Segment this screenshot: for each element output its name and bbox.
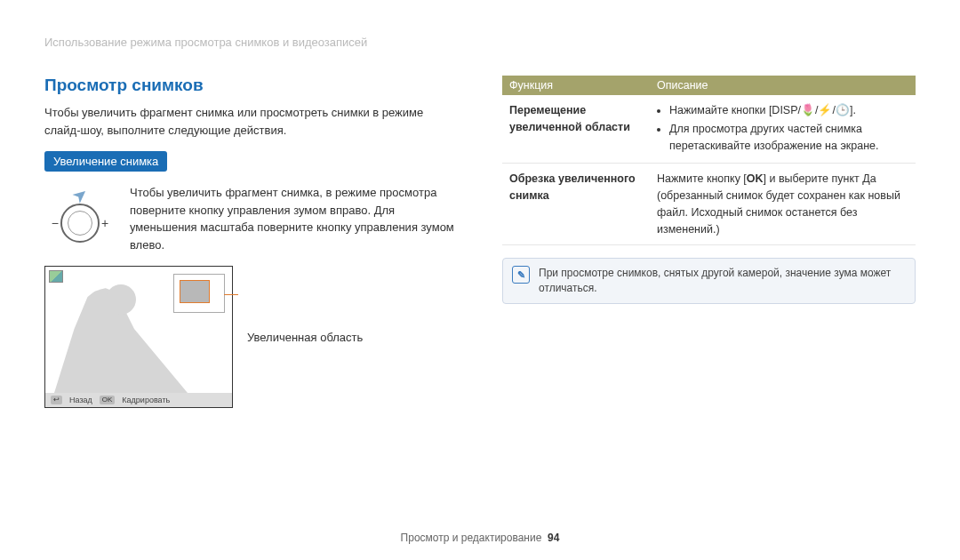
note-box: ✎ При просмотре снимков, снятых другой к… — [502, 258, 916, 304]
table-row: Обрезка увеличенного снимка Нажмите кноп… — [502, 164, 916, 245]
note-icon: ✎ — [512, 266, 530, 284]
back-key-label: Назад — [69, 396, 92, 404]
minus-sign: − — [52, 216, 59, 230]
plus-sign: + — [101, 216, 108, 230]
fn-move-enlarged: Перемещение увеличенной области — [502, 95, 650, 164]
silhouette-head — [106, 284, 136, 315]
enlarged-area-rect — [180, 280, 210, 303]
page-number: 94 — [548, 532, 559, 544]
subheading-pill: Увеличение снимка — [44, 151, 167, 172]
note-text: При просмотре снимков, снятых другой кам… — [539, 266, 906, 296]
image-thumb-icon — [49, 270, 63, 283]
bullet-item: Для просмотра других частей снимка перет… — [669, 121, 908, 155]
preview-softkey-bar: ↩ Назад OK Кадрировать — [45, 393, 232, 407]
zoom-dial-illustration: ➤ − + — [44, 184, 116, 243]
bullet-item: Нажимайте кнопки [DISP/🌷/⚡/🕒]. — [669, 102, 908, 119]
function-table: Функция Описание Перемещение увеличенной… — [502, 76, 916, 245]
enlarged-area-minimap — [173, 274, 225, 313]
section-path: Использование режима просмотра снимков и… — [44, 36, 916, 49]
footer-section: Просмотр и редактирование — [401, 532, 542, 544]
zoom-dial-icon — [60, 204, 100, 243]
right-column: Функция Описание Перемещение увеличенной… — [502, 76, 916, 408]
page-heading: Просмотр снимков — [44, 76, 458, 95]
ok-key-icon: OK — [100, 396, 116, 404]
zoom-instruction: Чтобы увеличить фрагмент снимка, в режим… — [130, 184, 458, 253]
intro-text: Чтобы увеличить фрагмент снимка или прос… — [44, 104, 458, 139]
desc-crop-enlarged: Нажмите кнопку [OK] и выберите пункт Да … — [650, 164, 916, 245]
left-column: Просмотр снимков Чтобы увеличить фрагмен… — [44, 76, 458, 408]
desc-move-enlarged: Нажимайте кнопки [DISP/🌷/⚡/🕒]. Для просм… — [650, 95, 916, 164]
fn-crop-enlarged: Обрезка увеличенного снимка — [502, 164, 650, 245]
preview-illustration: ↩ Назад OK Кадрировать — [44, 266, 233, 408]
back-key-icon: ↩ — [51, 396, 62, 404]
table-row: Перемещение увеличенной области Нажимайт… — [502, 95, 916, 164]
th-description: Описание — [650, 76, 916, 95]
ok-key-label: Кадрировать — [122, 396, 170, 404]
enlarged-area-label: Увеличенная область — [247, 331, 363, 344]
callout-leader-line — [224, 294, 238, 295]
th-function: Функция — [502, 76, 650, 95]
page-footer: Просмотр и редактирование 94 — [0, 532, 960, 544]
